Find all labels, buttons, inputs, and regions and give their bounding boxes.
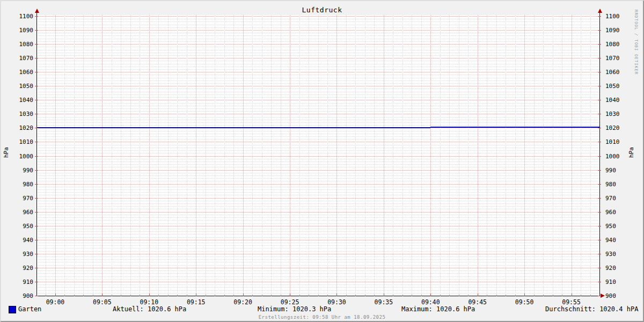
x-minor-tick-mark [365, 295, 365, 296]
x-minor-tick-mark [374, 295, 375, 296]
y-tick-mark [598, 296, 601, 296]
y-tick-mark [35, 296, 38, 296]
y-tick-mark [35, 254, 38, 254]
y-tick-label-left: 1090 [11, 27, 33, 34]
y-tick-label-left: 1070 [11, 55, 33, 62]
y-tick-label-right: 940 [605, 237, 628, 244]
y-tick-label-right: 910 [605, 279, 628, 286]
x-tick-label: 09:45 [464, 298, 491, 306]
y-tick-label-right: 1030 [605, 111, 628, 118]
gridline-major-v [102, 15, 103, 296]
x-tick-label: 09:20 [230, 298, 257, 306]
y-tick-mark [598, 240, 601, 240]
y-tick-mark [35, 44, 38, 45]
y-tick-mark [35, 226, 38, 226]
y-tick-label-left: 930 [11, 251, 33, 258]
y-tick-mark [35, 114, 38, 114]
x-tick-mark [102, 294, 103, 296]
x-minor-tick-mark [581, 295, 581, 296]
gridline-minor-v [252, 15, 253, 296]
x-tick-label: 09:50 [511, 298, 538, 306]
gridline-minor-v [562, 15, 562, 296]
y-axis-unit-right: hPa [628, 136, 635, 169]
y-tick-mark [35, 142, 38, 142]
y-tick-mark [598, 212, 601, 213]
y-tick-label-left: 950 [11, 223, 33, 230]
y-tick-mark [35, 170, 38, 171]
x-minor-tick-mark [346, 295, 347, 296]
chart-title: Luftdruck [1, 6, 643, 14]
gridline-minor-v [402, 15, 403, 296]
gridline-minor-v [515, 15, 516, 296]
gridline-minor-v [553, 15, 553, 296]
gridline-minor-v [590, 15, 591, 296]
x-tick-mark [149, 294, 150, 296]
y-tick-mark [35, 184, 38, 185]
gridline-minor-v [224, 15, 225, 296]
x-minor-tick-mark [515, 295, 516, 296]
y-tick-mark [598, 226, 601, 226]
y-tick-label-right: 970 [605, 195, 628, 202]
x-tick-label: 09:15 [182, 298, 209, 306]
gridline-major-v [243, 15, 244, 296]
x-tick-label: 09:30 [323, 298, 350, 306]
y-tick-mark [598, 86, 601, 86]
y-tick-mark [598, 254, 601, 254]
gridline-minor-v [412, 15, 412, 296]
y-tick-label-left: 990 [11, 167, 33, 174]
gridline-minor-v [262, 15, 262, 296]
x-tick-mark [55, 294, 56, 296]
y-tick-label-right: 920 [605, 265, 628, 272]
gridline-major-v [336, 15, 337, 296]
y-tick-mark [598, 282, 601, 282]
y-tick-label-right: 1070 [605, 55, 628, 62]
y-tick-mark [35, 72, 38, 72]
y-tick-label-left: 900 [11, 292, 33, 299]
x-tick-label: 09:10 [136, 298, 163, 306]
series-line-segment [36, 127, 430, 128]
x-minor-tick-mark [262, 295, 262, 296]
y-tick-label-left: 910 [11, 279, 33, 286]
y-tick-mark [598, 72, 601, 72]
gridline-minor-v [121, 15, 121, 296]
x-tick-mark [572, 294, 572, 296]
y-tick-label-right: 950 [605, 223, 628, 230]
y-tick-label-left: 980 [11, 181, 33, 188]
creation-timestamp: Erstellungszeit: 09:58 Uhr am 18.09.2025 [1, 314, 643, 320]
y-tick-label-right: 1040 [605, 97, 628, 104]
y-tick-mark [35, 128, 38, 128]
x-minor-tick-mark [402, 295, 403, 296]
x-minor-tick-mark [553, 295, 553, 296]
x-minor-tick-mark [534, 295, 535, 296]
y-tick-mark [598, 100, 601, 100]
y-axis-unit-left: hPa [3, 136, 10, 169]
x-minor-tick-mark [215, 295, 215, 296]
gridline-minor-v [215, 15, 215, 296]
gridline-minor-v [158, 15, 159, 296]
y-tick-mark [35, 100, 38, 100]
y-tick-mark [35, 58, 38, 58]
gridline-minor-v [112, 15, 112, 296]
x-minor-tick-mark [187, 295, 187, 296]
gridline-minor-v [271, 15, 272, 296]
x-minor-tick-mark [74, 295, 75, 296]
x-tick-mark [196, 294, 196, 296]
y-tick-mark [598, 30, 601, 31]
x-minor-tick-mark [440, 295, 441, 296]
gridline-major-v [572, 15, 572, 296]
gridline-minor-v [459, 15, 459, 296]
x-minor-tick-mark [449, 295, 450, 296]
gridline-minor-v [374, 15, 375, 296]
x-tick-mark [430, 294, 431, 296]
y-tick-label-right: 900 [605, 292, 628, 299]
y-tick-label-right: 980 [605, 181, 628, 188]
x-tick-label: 09:00 [42, 298, 69, 306]
y-tick-mark [598, 44, 601, 45]
x-minor-tick-mark [468, 295, 469, 296]
x-minor-tick-mark [233, 295, 234, 296]
gridline-minor-v [355, 15, 356, 296]
gridline-minor-v [346, 15, 347, 296]
y-tick-label-right: 1010 [605, 138, 628, 145]
gridline-minor-v [449, 15, 450, 296]
y-tick-label-left: 1050 [11, 83, 33, 90]
